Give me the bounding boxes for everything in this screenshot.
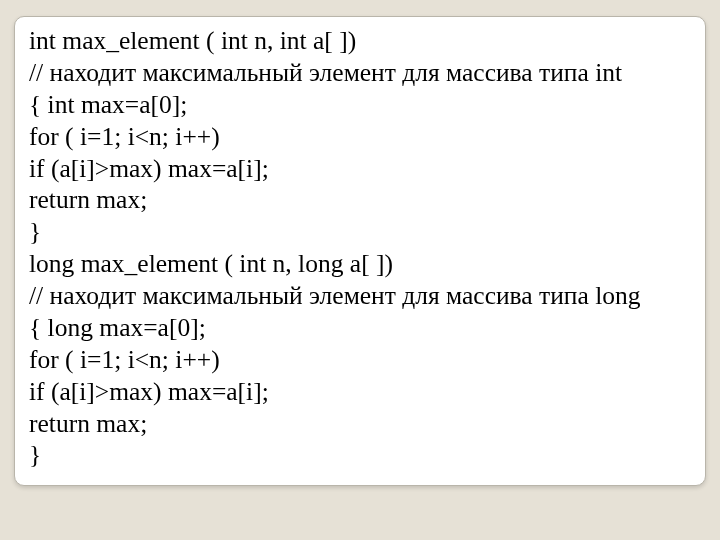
- code-line: // находит максимальный элемент для масс…: [29, 280, 691, 312]
- code-line: int max_element ( int n, int a[ ]): [29, 25, 691, 57]
- code-line: long max_element ( int n, long a[ ]): [29, 248, 691, 280]
- code-line: }: [29, 439, 691, 471]
- code-box: int max_element ( int n, int a[ ]) // на…: [14, 16, 706, 486]
- code-line: { int max=a[0];: [29, 89, 691, 121]
- code-line: return max;: [29, 184, 691, 216]
- slide-container: int max_element ( int n, int a[ ]) // на…: [0, 0, 720, 540]
- code-line: { long max=a[0];: [29, 312, 691, 344]
- code-line: if (a[i]>max) max=a[i];: [29, 376, 691, 408]
- code-line: for ( i=1; i<n; i++): [29, 121, 691, 153]
- code-line: if (a[i]>max) max=a[i];: [29, 153, 691, 185]
- code-line: return max;: [29, 408, 691, 440]
- code-line: for ( i=1; i<n; i++): [29, 344, 691, 376]
- code-line: // находит максимальный элемент для масс…: [29, 57, 691, 89]
- code-line: }: [29, 216, 691, 248]
